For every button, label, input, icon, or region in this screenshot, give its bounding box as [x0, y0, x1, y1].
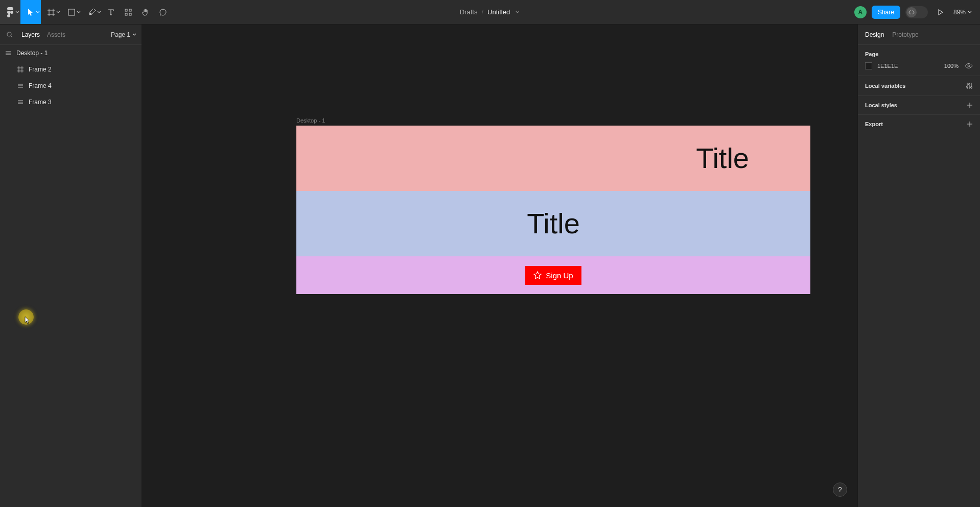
search-button[interactable] — [5, 31, 14, 38]
chevron-down-icon — [15, 10, 19, 14]
right-panel: Design Prototype Page 1E1E1E 100% Local … — [857, 25, 980, 507]
svg-point-6 — [90, 13, 91, 14]
signup-button[interactable]: Sign Up — [525, 266, 581, 285]
signup-label: Sign Up — [546, 271, 573, 280]
svg-point-0 — [10, 11, 13, 14]
breadcrumb-slash: / — [481, 8, 483, 16]
location-label: Drafts — [460, 8, 478, 16]
zoom-selector[interactable]: 89% — [952, 7, 973, 18]
svg-rect-8 — [129, 9, 131, 11]
shape-tool-button[interactable] — [61, 0, 82, 24]
frame-tool-button[interactable] — [41, 0, 61, 24]
local-variables-section: Local variables — [858, 76, 980, 96]
visibility-toggle[interactable] — [965, 63, 973, 69]
svg-rect-9 — [125, 13, 127, 15]
left-panel-tabs: Layers Assets Page 1 — [0, 25, 142, 45]
text-tool-button[interactable] — [102, 0, 120, 24]
local-variables-title: Local variables — [865, 83, 906, 89]
chevron-down-icon — [132, 33, 136, 37]
play-icon — [937, 9, 944, 16]
text-icon — [107, 9, 114, 16]
chevron-down-icon — [968, 10, 972, 14]
chevron-down-icon — [36, 10, 40, 14]
avatar-letter: A — [858, 9, 863, 16]
frame-label[interactable]: Desktop - 1 — [296, 117, 325, 124]
title-text-pink[interactable]: Title — [696, 144, 749, 173]
move-tool-button[interactable] — [20, 0, 41, 24]
chevron-down-icon — [77, 10, 81, 14]
svg-point-32 — [971, 87, 972, 88]
zoom-value: 89% — [953, 9, 966, 16]
page-color-opacity[interactable]: 100% — [944, 63, 959, 69]
rectangle-icon — [68, 9, 75, 16]
canvas-frame-desktop-1[interactable]: Title Title Sign Up — [296, 126, 810, 294]
title-text-blue[interactable]: Title — [527, 209, 580, 238]
comment-tool-button[interactable] — [154, 0, 172, 24]
variables-settings-button[interactable] — [966, 82, 973, 89]
move-icon — [27, 8, 34, 16]
svg-line-12 — [11, 36, 12, 37]
chevron-down-icon — [97, 10, 101, 14]
comment-icon — [159, 8, 167, 16]
document-title[interactable]: Drafts / Untitled — [460, 0, 520, 24]
page-color-hex[interactable]: 1E1E1E — [877, 63, 898, 69]
hand-tool-button[interactable] — [137, 0, 154, 24]
page-background-section: Page 1E1E1E 100% — [858, 45, 980, 76]
cursor-highlight — [18, 309, 34, 325]
layer-label: Frame 4 — [29, 82, 52, 89]
avatar[interactable]: A — [854, 6, 867, 18]
tab-assets[interactable]: Assets — [47, 31, 65, 38]
svg-rect-5 — [68, 9, 75, 15]
pen-tool-button[interactable] — [82, 0, 102, 24]
layer-tree: Desktop - 1 Frame 2 Frame 4 — [0, 45, 142, 110]
figma-icon — [7, 7, 14, 17]
resources-tool-button[interactable] — [120, 0, 137, 24]
help-icon: ? — [838, 486, 842, 494]
star-icon — [533, 271, 542, 279]
frame-icon — [47, 8, 55, 16]
top-toolbar: Drafts / Untitled A Share 89% — [0, 0, 980, 25]
svg-rect-10 — [129, 13, 131, 15]
svg-point-31 — [969, 84, 970, 85]
add-style-button[interactable] — [967, 102, 973, 108]
toolbar-right: A Share 89% — [854, 0, 980, 24]
share-button[interactable]: Share — [872, 6, 900, 19]
search-icon — [6, 31, 13, 38]
local-styles-title: Local styles — [865, 102, 897, 108]
dev-mode-icon — [906, 7, 917, 17]
left-panel: Layers Assets Page 1 Desktop - 1 — [0, 25, 142, 507]
canvas-frame-4[interactable]: Title — [296, 191, 810, 256]
tab-layers[interactable]: Layers — [21, 31, 40, 38]
export-section: Export — [858, 115, 980, 133]
svg-rect-7 — [125, 9, 127, 11]
layer-label: Frame 3 — [29, 99, 52, 106]
canvas[interactable]: Desktop - 1 Title Title Sign Up — [142, 25, 857, 507]
page-color-swatch[interactable] — [865, 62, 872, 69]
filename-label: Untitled — [487, 8, 510, 16]
resources-icon — [124, 8, 132, 16]
present-button[interactable] — [933, 5, 947, 19]
chevron-down-icon — [56, 10, 60, 14]
help-button[interactable]: ? — [833, 482, 847, 497]
layer-row-frame-4[interactable]: Frame 4 — [0, 78, 142, 94]
export-title: Export — [865, 121, 883, 127]
toolbar-left — [0, 0, 172, 24]
add-export-button[interactable] — [967, 121, 973, 127]
layer-row-frame-3[interactable]: Frame 3 — [0, 94, 142, 110]
dev-mode-toggle[interactable] — [905, 6, 928, 18]
page-selector[interactable]: Page 1 — [111, 31, 136, 38]
tab-prototype[interactable]: Prototype — [892, 31, 918, 38]
hand-icon — [142, 8, 150, 16]
layer-label: Desktop - 1 — [16, 50, 48, 57]
page-section-title: Page — [865, 51, 973, 57]
main-menu-button[interactable] — [0, 0, 20, 24]
cursor-icon — [25, 316, 31, 324]
tab-design[interactable]: Design — [865, 31, 884, 38]
pen-icon — [88, 8, 96, 16]
frame-icon — [16, 66, 25, 73]
canvas-frame-2[interactable]: Title — [296, 126, 810, 191]
canvas-frame-3[interactable]: Sign Up — [296, 256, 810, 294]
layer-row-frame-2[interactable]: Frame 2 — [0, 61, 142, 78]
layer-row-desktop-1[interactable]: Desktop - 1 — [0, 45, 142, 61]
autolayout-icon — [16, 99, 25, 105]
